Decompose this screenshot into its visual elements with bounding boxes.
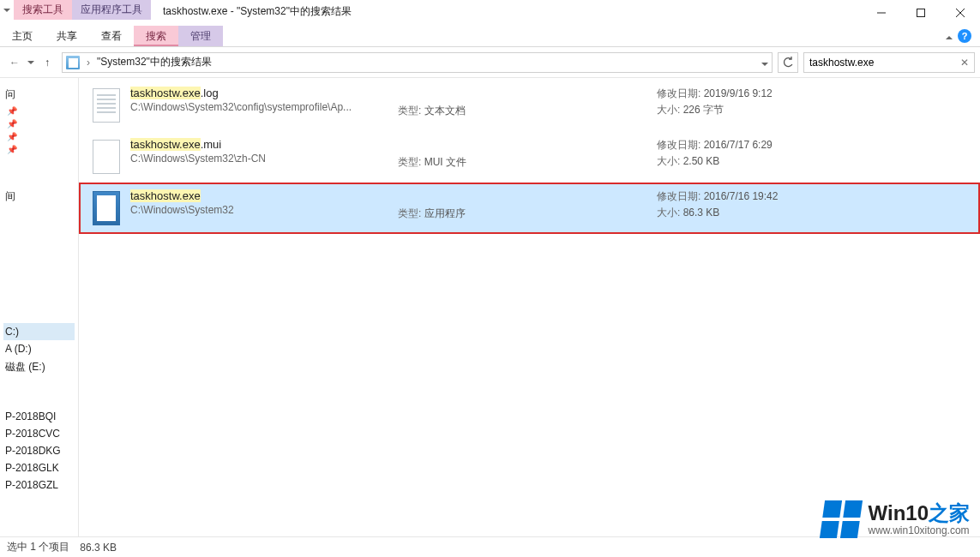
search-input[interactable] — [809, 57, 955, 69]
sidebar-item-quick[interactable]: 问 — [3, 85, 75, 105]
tab-manage[interactable]: 管理 — [178, 26, 223, 46]
history-dropdown-icon[interactable] — [27, 61, 34, 64]
search-box[interactable]: ✕ — [803, 52, 975, 73]
watermark: Win10之家 www.win10xitong.com — [822, 500, 970, 538]
pin-icon: 📌 — [7, 132, 17, 141]
pin-icon: 📌 — [7, 106, 17, 116]
sidebar-item-thispc[interactable]: 间 — [3, 187, 75, 207]
location-icon — [66, 56, 80, 69]
result-row[interactable]: taskhostw.exe.muiC:\Windows\System32\zh-… — [79, 131, 980, 183]
result-date: 修改日期: 2016/7/16 19:42 — [657, 189, 845, 204]
result-path: C:\Windows\System32\config\systemprofile… — [130, 101, 388, 113]
file-icon — [93, 88, 120, 123]
qat-dropdown-icon[interactable] — [3, 9, 10, 12]
sidebar-item-drive-c[interactable]: C:) — [3, 323, 75, 340]
minimize-button[interactable] — [862, 0, 901, 26]
tab-view[interactable]: 查看 — [89, 26, 134, 46]
sidebar-pin-row: 📌 — [3, 105, 75, 117]
clear-search-icon[interactable]: ✕ — [960, 57, 969, 69]
sidebar-item-network[interactable]: P-2018BQI — [3, 408, 75, 425]
file-icon — [93, 140, 120, 174]
result-filename: taskhostw.exe.log — [130, 87, 388, 99]
address-dropdown-icon[interactable] — [761, 57, 768, 69]
tab-search[interactable]: 搜索 — [134, 26, 178, 46]
result-type: 类型: MUI 文件 — [398, 138, 646, 170]
sidebar-item-network[interactable]: P-2018CVC — [3, 425, 75, 442]
result-filename: taskhostw.exe.mui — [130, 138, 388, 151]
breadcrumb[interactable]: "System32"中的搜索结果 — [97, 55, 212, 69]
result-type: 类型: 应用程序 — [398, 189, 646, 221]
watermark-brand-b: 之家 — [929, 501, 970, 524]
result-path: C:\Windows\System32 — [130, 204, 388, 216]
status-size: 86.3 KB — [80, 542, 117, 554]
address-toolbar: ← → ↑ › "System32"中的搜索结果 ✕ — [0, 47, 980, 78]
back-button[interactable]: ← — [5, 53, 24, 72]
result-type: 类型: 文本文档 — [398, 87, 646, 118]
result-path: C:\Windows\System32\zh-CN — [130, 153, 388, 165]
svg-rect-0 — [917, 9, 925, 17]
pin-icon: 📌 — [7, 119, 17, 129]
watermark-brand-a: Win10 — [869, 501, 929, 524]
close-button[interactable] — [941, 0, 980, 26]
result-row[interactable]: taskhostw.exeC:\Windows\System32类型: 应用程序… — [79, 183, 980, 234]
sidebar-item-drive-e[interactable]: 磁盘 (E:) — [3, 357, 75, 377]
sidebar-item-drive-d[interactable]: A (D:) — [3, 340, 75, 357]
result-date: 修改日期: 2019/9/16 9:12 — [657, 87, 845, 101]
refresh-button[interactable] — [778, 52, 798, 73]
result-size: 大小: 2.50 KB — [657, 154, 845, 169]
title-bar: 搜索工具 应用程序工具 taskhostw.exe - "System32"中的… — [0, 0, 980, 26]
sidebar-item-network[interactable]: P-2018GLK — [3, 459, 75, 476]
navigation-pane: 问 📌 📌 📌 📌 间 C:) A (D:) 磁盘 (E:) P-2018BQI… — [0, 78, 79, 536]
ribbon-tabs: 主页 共享 查看 搜索 管理 ? — [0, 26, 980, 47]
search-results: taskhostw.exe.logC:\Windows\System32\con… — [79, 78, 980, 536]
result-row[interactable]: taskhostw.exe.logC:\Windows\System32\con… — [79, 80, 980, 131]
watermark-url: www.win10xitong.com — [869, 525, 970, 536]
status-bar: 选中 1 个项目 86.3 KB — [0, 536, 980, 557]
status-selection: 选中 1 个项目 — [7, 540, 69, 554]
quick-access-toolbar — [0, 7, 14, 14]
sidebar-item-network[interactable]: P-2018GZL — [3, 476, 75, 494]
crumb-separator-icon: › — [85, 57, 92, 69]
result-filename: taskhostw.exe — [130, 189, 388, 202]
file-icon — [93, 191, 120, 225]
up-button[interactable]: ↑ — [38, 53, 57, 72]
result-size: 大小: 226 字节 — [657, 103, 845, 117]
window-title: taskhostw.exe - "System32"中的搜索结果 — [151, 1, 364, 19]
tab-share[interactable]: 共享 — [45, 26, 89, 46]
address-box[interactable]: › "System32"中的搜索结果 — [62, 52, 773, 73]
windows-logo-icon — [819, 500, 862, 538]
maximize-button[interactable] — [901, 0, 941, 26]
pin-icon: 📌 — [7, 145, 17, 154]
contextual-tab-app-tools: 应用程序工具 — [72, 0, 151, 20]
help-icon[interactable]: ? — [958, 29, 971, 43]
ribbon-collapse-icon[interactable] — [946, 36, 953, 39]
result-size: 大小: 86.3 KB — [657, 206, 845, 220]
sidebar-item-network[interactable]: P-2018DKG — [3, 442, 75, 459]
result-date: 修改日期: 2016/7/17 6:29 — [657, 138, 845, 153]
contextual-tab-search-tools: 搜索工具 — [14, 0, 72, 20]
tab-home[interactable]: 主页 — [0, 26, 45, 46]
